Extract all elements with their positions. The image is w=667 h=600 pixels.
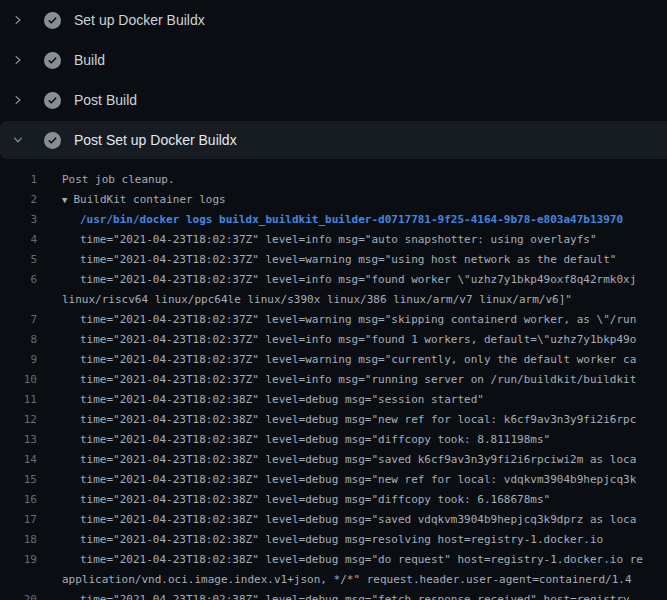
step-row-set-up-docker-buildx[interactable]: Set up Docker Buildx <box>0 0 667 40</box>
log-text: time="2021-04-23T18:02:37Z" level=info m… <box>37 230 597 250</box>
line-number <box>0 570 37 590</box>
log-row: 2▼BuildKit container logs <box>0 190 667 210</box>
line-number[interactable]: 5 <box>0 250 37 270</box>
command-text: /usr/bin/docker logs buildx_buildkit_bui… <box>37 210 623 230</box>
line-number[interactable]: 15 <box>0 470 37 490</box>
step-label: Build <box>74 52 105 68</box>
log-row: 6time="2021-04-23T18:02:37Z" level=info … <box>0 270 667 290</box>
line-number[interactable]: 12 <box>0 410 37 430</box>
log-row: 7time="2021-04-23T18:02:37Z" level=warni… <box>0 310 667 330</box>
log-row: 3/usr/bin/docker logs buildx_buildkit_bu… <box>0 210 667 230</box>
log-text: time="2021-04-23T18:02:37Z" level=info m… <box>37 270 636 290</box>
line-number[interactable]: 16 <box>0 490 37 510</box>
line-number[interactable]: 19 <box>0 550 37 570</box>
log-text: Post job cleanup. <box>37 170 175 190</box>
chevron-right-icon <box>10 52 26 68</box>
log-row: 11time="2021-04-23T18:02:38Z" level=debu… <box>0 390 667 410</box>
line-number <box>0 290 37 310</box>
log-text: linux/riscv64 linux/ppc64le linux/s390x … <box>37 290 572 310</box>
step-row-post-set-up-docker-buildx[interactable]: Post Set up Docker Buildx <box>0 121 667 159</box>
log-text: time="2021-04-23T18:02:37Z" level=info m… <box>37 330 636 350</box>
line-number[interactable]: 13 <box>0 430 37 450</box>
log-text: time="2021-04-23T18:02:37Z" level=info m… <box>37 370 636 390</box>
group-toggle-icon[interactable]: ▼ <box>62 195 67 205</box>
log-row: 18time="2021-04-23T18:02:38Z" level=debu… <box>0 530 667 550</box>
log-area: 1Post job cleanup.2▼BuildKit container l… <box>0 159 667 600</box>
line-number[interactable]: 8 <box>0 330 37 350</box>
step-label: Post Set up Docker Buildx <box>74 132 237 148</box>
log-row: 14time="2021-04-23T18:02:38Z" level=debu… <box>0 450 667 470</box>
log-row: 12time="2021-04-23T18:02:38Z" level=debu… <box>0 410 667 430</box>
chevron-right-icon <box>10 92 26 108</box>
check-circle-icon <box>44 92 61 109</box>
log-row: 13time="2021-04-23T18:02:38Z" level=debu… <box>0 430 667 450</box>
chevron-down-icon <box>10 132 26 148</box>
line-number[interactable]: 14 <box>0 450 37 470</box>
step-row-build[interactable]: Build <box>0 40 667 80</box>
log-text: time="2021-04-23T18:02:38Z" level=debug … <box>37 550 643 570</box>
log-text: time="2021-04-23T18:02:38Z" level=debug … <box>37 490 550 510</box>
check-circle-icon <box>44 52 61 69</box>
log-row: 8time="2021-04-23T18:02:37Z" level=info … <box>0 330 667 350</box>
line-number[interactable]: 9 <box>0 350 37 370</box>
line-number[interactable]: 10 <box>0 370 37 390</box>
line-number[interactable]: 6 <box>0 270 37 290</box>
log-row: 4time="2021-04-23T18:02:37Z" level=info … <box>0 230 667 250</box>
line-number[interactable]: 20 <box>0 590 37 600</box>
log-row: 9time="2021-04-23T18:02:37Z" level=warni… <box>0 350 667 370</box>
line-number[interactable]: 4 <box>0 230 37 250</box>
log-row: 10time="2021-04-23T18:02:37Z" level=info… <box>0 370 667 390</box>
log-row: 16time="2021-04-23T18:02:38Z" level=debu… <box>0 490 667 510</box>
actions-log-viewer: Set up Docker BuildxBuildPost BuildPost … <box>0 0 667 600</box>
log-text: time="2021-04-23T18:02:38Z" level=debug … <box>37 510 636 530</box>
log-text: application/vnd.oci.image.index.v1+json,… <box>37 570 632 590</box>
check-circle-icon <box>44 12 61 29</box>
log-row: 15time="2021-04-23T18:02:38Z" level=debu… <box>0 470 667 490</box>
line-number[interactable]: 11 <box>0 390 37 410</box>
log-text: ▼BuildKit container logs <box>37 190 226 210</box>
log-text: time="2021-04-23T18:02:38Z" level=debug … <box>37 590 636 600</box>
log-text: time="2021-04-23T18:02:38Z" level=debug … <box>37 450 636 470</box>
log-text: time="2021-04-23T18:02:38Z" level=debug … <box>37 410 636 430</box>
log-row: 19time="2021-04-23T18:02:38Z" level=debu… <box>0 550 667 570</box>
log-row: 5time="2021-04-23T18:02:37Z" level=warni… <box>0 250 667 270</box>
log-text: time="2021-04-23T18:02:37Z" level=warnin… <box>37 310 636 330</box>
check-circle-icon <box>44 132 61 149</box>
log-row: 17time="2021-04-23T18:02:38Z" level=debu… <box>0 510 667 530</box>
log-row: linux/riscv64 linux/ppc64le linux/s390x … <box>0 290 667 310</box>
step-row-post-build[interactable]: Post Build <box>0 80 667 120</box>
line-number[interactable]: 18 <box>0 530 37 550</box>
log-row: application/vnd.oci.image.index.v1+json,… <box>0 570 667 590</box>
log-text: time="2021-04-23T18:02:38Z" level=debug … <box>37 530 603 550</box>
step-label: Set up Docker Buildx <box>74 12 205 28</box>
line-number[interactable]: 7 <box>0 310 37 330</box>
group-title[interactable]: BuildKit container logs <box>73 193 225 206</box>
log-text: time="2021-04-23T18:02:37Z" level=warnin… <box>37 250 616 270</box>
line-number[interactable]: 17 <box>0 510 37 530</box>
log-row: 1Post job cleanup. <box>0 170 667 190</box>
line-number[interactable]: 2 <box>0 190 37 210</box>
log-row: 20time="2021-04-23T18:02:38Z" level=debu… <box>0 590 667 600</box>
line-number[interactable]: 1 <box>0 170 37 190</box>
step-label: Post Build <box>74 92 137 108</box>
log-text: time="2021-04-23T18:02:38Z" level=debug … <box>37 390 484 410</box>
log-text: time="2021-04-23T18:02:38Z" level=debug … <box>37 430 550 450</box>
log-text: time="2021-04-23T18:02:37Z" level=warnin… <box>37 350 636 370</box>
log-text: time="2021-04-23T18:02:38Z" level=debug … <box>37 470 636 490</box>
line-number[interactable]: 3 <box>0 210 37 230</box>
chevron-right-icon <box>10 12 26 28</box>
step-list: Set up Docker BuildxBuildPost BuildPost … <box>0 0 667 159</box>
